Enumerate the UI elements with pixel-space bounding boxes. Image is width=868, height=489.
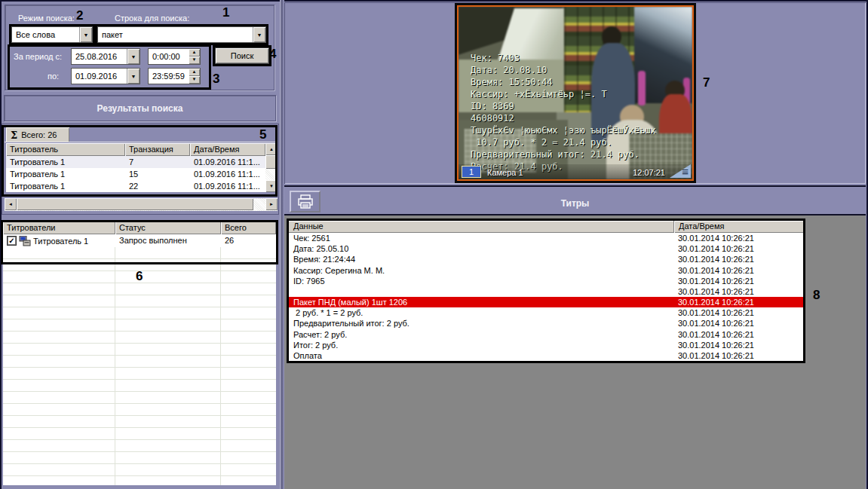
search-string-label: Строка для поиска: — [115, 14, 189, 23]
callout-8: 8 — [813, 288, 820, 303]
search-string-input[interactable]: пакет ▼ — [97, 26, 266, 43]
camera-timestamp: 12:07:21 — [633, 168, 665, 177]
check-icon: ✓ — [8, 237, 14, 245]
search-button[interactable]: Поиск — [215, 47, 269, 64]
titles-table: Данные Дата/Время Чек: 2561 30.01.2014 1… — [287, 219, 805, 363]
results-horizontal-scrollbar[interactable]: ◄ ► — [5, 198, 278, 211]
period-to-label: по: — [48, 72, 59, 81]
titles-row[interactable]: Чек: 2561 30.01.2014 10:26:21 — [289, 233, 803, 243]
scrollbar-thumb[interactable] — [265, 155, 278, 169]
search-mode-select[interactable]: Все слова ▼ — [11, 26, 93, 43]
titles-row[interactable]: Оплата 30.01.2014 10:26:21 — [289, 350, 803, 361]
titles-col-data[interactable]: Данные — [289, 221, 673, 233]
receipt-overlay-line: Предварительный итог: 21.4 руб. — [471, 148, 656, 160]
callout-1: 1 — [222, 5, 229, 20]
titlers-col-total[interactable]: Всего — [221, 222, 276, 234]
titles-header: Титры — [284, 196, 866, 209]
callout-6: 6 — [136, 269, 143, 284]
scroll-left-icon[interactable]: ◄ — [5, 198, 17, 210]
titles-row[interactable]: 30.01.2014 10:26:21 — [289, 286, 803, 297]
titles-row[interactable]: 2 руб. * 1 = 2 руб. 30.01.2014 10:26:21 — [289, 307, 803, 318]
callout-7: 7 — [703, 75, 710, 90]
menu-icon: ≡ — [682, 165, 689, 178]
results-tab-label: Всего: 26 — [21, 130, 57, 139]
camera-name: Камера 1 — [487, 168, 523, 177]
results-row[interactable]: Титрователь 1 22 01.09.2016 11:1... — [6, 180, 265, 192]
results-col-titler[interactable]: Титрователь — [6, 143, 125, 156]
scroll-up-icon[interactable]: ▲ — [265, 143, 278, 155]
titles-row[interactable]: Кассир: Серегина М. М. 30.01.2014 10:26:… — [289, 265, 803, 276]
results-row[interactable]: Титрователь 1 7 01.09.2016 11:1... — [6, 156, 265, 168]
titles-row[interactable]: Дата: 25.05.10 30.01.2014 10:26:21 — [289, 243, 803, 254]
titler-checkbox[interactable]: ✓ — [7, 236, 17, 246]
receipt-overlay-line: 10.7 руб. * 2 = 21.4 руб. — [471, 136, 656, 148]
time-to-spinner[interactable]: 23:59:59 ▲ ▼ — [148, 68, 201, 84]
callout-4: 4 — [269, 47, 276, 62]
receipt-overlay-line: ТшурЁхЄv ¦юьюЄмх ¦эзю ъырЁёшЎхёъшх — [471, 124, 656, 136]
time-from-spinner[interactable]: 0:00:00 ▲ ▼ — [148, 48, 201, 65]
results-tab[interactable]: Σ Всего: 26 — [6, 127, 69, 142]
titles-row[interactable]: Расчет: 2 руб. 30.01.2014 10:26:21 — [289, 329, 803, 340]
results-row[interactable]: Титрователь 1 15 01.09.2016 11:1... — [6, 168, 265, 180]
receipt-overlay: Чек: 7403Дата: 20.08.10Время: 15:50:44Ка… — [471, 16, 656, 173]
camera-view[interactable]: Чек: 7403Дата: 20.08.10Время: 15:50:44Ка… — [455, 3, 696, 183]
camera-number-badge: 1 — [462, 166, 481, 178]
callout-2: 2 — [76, 8, 83, 23]
date-from-picker[interactable]: 25.08.2016 ▼ — [71, 48, 140, 65]
receipt-overlay-line: 46080912 — [471, 112, 656, 124]
date-to-value: 01.09.2016 — [72, 69, 127, 84]
date-to-picker[interactable]: 01.09.2016 ▼ — [71, 68, 140, 84]
pos-search-window: Режим поиска: 2 Строка для поиска: 1 Все… — [0, 0, 868, 489]
titles-toolbar: Титры — [284, 185, 866, 215]
titlers-col-name[interactable]: Титрователи — [3, 222, 115, 234]
scrollbar-thumb[interactable] — [17, 198, 253, 210]
titles-row[interactable]: ID: 7965 30.01.2014 10:26:21 — [289, 276, 803, 286]
titles-row[interactable]: Итог: 2 руб. 30.01.2014 10:26:21 — [289, 340, 803, 350]
results-vertical-scrollbar[interactable]: ▲ ▼ — [265, 143, 278, 192]
spin-up-icon[interactable]: ▲ — [189, 49, 200, 57]
results-col-datetime[interactable]: Дата/Время — [190, 143, 265, 156]
camera-bottom-bar: 1 Камера 1 12:07:21 ≡ — [459, 164, 692, 179]
receipt-overlay-line: Чек: 7403 — [471, 52, 656, 64]
search-string-value: пакет — [98, 27, 253, 42]
search-mode-value: Все слова — [12, 27, 79, 42]
receipt-overlay-line: Время: 15:50:44 — [471, 76, 656, 88]
results-header: Результаты поиска — [97, 103, 183, 114]
period-from-label: За период с: — [14, 52, 62, 61]
chevron-down-icon[interactable]: ▼ — [127, 49, 140, 64]
receipt-overlay-line: Кассир: +хЁхьiмтёьр ¦=. Т — [471, 88, 656, 100]
callout-3: 3 — [213, 72, 219, 87]
results-header-box: Результаты поиска — [4, 95, 276, 121]
callout-5: 5 — [259, 127, 266, 142]
time-from-value: 0:00:00 — [149, 49, 189, 64]
camera-frame: Чек: 7403Дата: 20.08.10Время: 15:50:44Ка… — [457, 5, 694, 181]
results-block: Σ Всего: 26 5 Титрователь Транзакция Дат… — [2, 124, 279, 215]
chevron-down-icon[interactable]: ▼ — [253, 27, 265, 42]
chevron-down-icon[interactable]: ▼ — [127, 69, 140, 84]
receipt-overlay-line: Дата: 20.08.10 — [471, 64, 656, 76]
titler-row[interactable]: ✓ Титрователь 1 Запрос выполнен 26 — [3, 234, 276, 247]
results-table: Титрователь Транзакция Дата/Время Титров… — [6, 143, 265, 192]
scroll-right-icon[interactable]: ► — [265, 198, 278, 210]
time-to-value: 23:59:59 — [149, 69, 189, 84]
spin-up-icon[interactable]: ▲ — [189, 69, 200, 76]
scroll-down-icon[interactable]: ▼ — [265, 180, 278, 192]
date-from-value: 25.08.2016 — [72, 49, 127, 64]
titles-area: Данные Дата/Время Чек: 2561 30.01.2014 1… — [284, 215, 866, 489]
search-panel: Режим поиска: 2 Строка для поиска: 1 Все… — [0, 0, 280, 489]
receipt-overlay-line: ID: 8369 — [471, 100, 656, 112]
titler-device-icon — [19, 236, 31, 246]
search-mode-label: Режим поиска: — [18, 14, 75, 23]
titles-row[interactable]: Время: 21:24:44 30.01.2014 10:26:21 — [289, 254, 803, 264]
results-col-transaction[interactable]: Транзакция — [125, 143, 190, 156]
camera-menu-icon[interactable]: ≡ — [670, 164, 691, 178]
spin-down-icon[interactable]: ▼ — [189, 76, 200, 84]
titles-row[interactable]: Пакет ПНД (малый) 1шт 1206 30.01.2014 10… — [289, 297, 803, 307]
titles-col-datetime[interactable]: Дата/Время — [673, 221, 803, 233]
chevron-down-icon[interactable]: ▼ — [79, 27, 92, 42]
titles-row[interactable]: Предварительный итог: 2 руб. 30.01.2014 … — [289, 318, 803, 329]
sigma-icon: Σ — [11, 130, 17, 141]
spin-down-icon[interactable]: ▼ — [189, 57, 200, 64]
titlers-col-status[interactable]: Статус — [115, 222, 221, 234]
tab-strip-line — [5, 142, 276, 142]
